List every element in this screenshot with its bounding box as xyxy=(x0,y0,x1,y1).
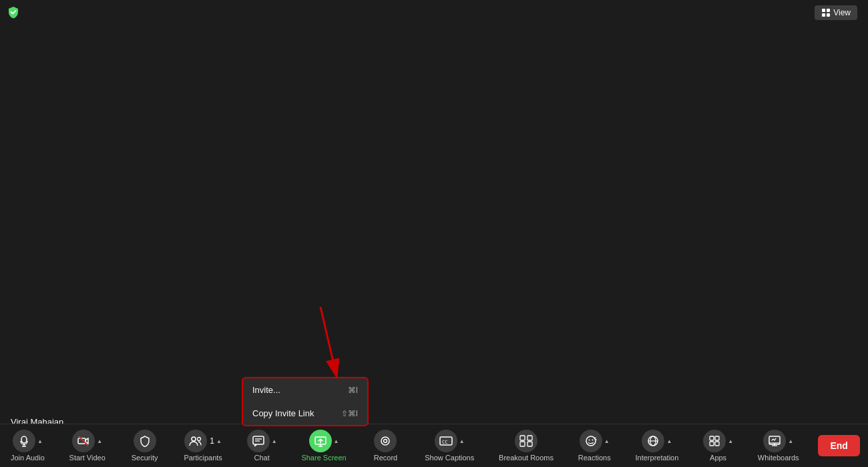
captions-icon: CC xyxy=(435,430,457,452)
whiteboards-label: Whiteboards xyxy=(758,454,799,462)
chat-label: Chat xyxy=(254,454,270,462)
interpretation-chevron: ▲ xyxy=(666,438,672,444)
join-audio-label: Join Audio xyxy=(11,454,45,462)
view-button[interactable]: View xyxy=(815,5,857,20)
start-video-label: Start Video xyxy=(69,454,105,462)
svg-line-5 xyxy=(320,307,337,379)
svg-rect-1 xyxy=(827,9,830,12)
view-label: View xyxy=(833,8,851,17)
svg-point-11 xyxy=(192,437,196,441)
svg-point-28 xyxy=(588,440,590,441)
security-button[interactable]: Security xyxy=(125,427,165,464)
join-audio-button[interactable]: ▲ Join Audio xyxy=(5,427,50,464)
svg-point-20 xyxy=(384,440,387,443)
video-icon xyxy=(72,430,95,452)
security-label: Security xyxy=(132,454,158,462)
show-captions-button[interactable]: CC ▲ Show Captions xyxy=(419,427,479,464)
apps-chevron: ▲ xyxy=(728,438,733,444)
svg-rect-34 xyxy=(715,436,719,440)
toolbar: ▲ Join Audio ▲ Start Video Se xyxy=(0,424,868,467)
chat-chevron: ▲ xyxy=(272,438,277,444)
record-label: Record xyxy=(374,454,397,462)
apps-icon xyxy=(703,430,726,452)
reactions-label: Reactions xyxy=(578,454,611,462)
audio-icon xyxy=(13,430,35,452)
show-captions-label: Show Captions xyxy=(425,454,474,462)
svg-point-19 xyxy=(381,437,389,445)
annotation-arrow xyxy=(267,300,374,387)
end-label: End xyxy=(830,440,847,451)
svg-rect-26 xyxy=(527,442,532,446)
start-video-button[interactable]: ▲ Start Video xyxy=(64,427,111,464)
svg-point-29 xyxy=(592,440,593,441)
svg-rect-33 xyxy=(710,436,714,440)
video-chevron: ▲ xyxy=(97,438,102,444)
svg-text:CC: CC xyxy=(442,440,447,445)
apps-button[interactable]: ▲ Apps xyxy=(698,427,738,464)
end-button[interactable]: End xyxy=(818,435,859,456)
participant-count: 1 xyxy=(210,436,214,446)
svg-rect-25 xyxy=(520,442,525,446)
svg-rect-23 xyxy=(520,436,525,440)
svg-rect-3 xyxy=(827,13,830,17)
invite-menu-item[interactable]: Invite... ⌘I xyxy=(243,378,367,402)
share-screen-icon xyxy=(309,430,332,452)
participants-label: Participants xyxy=(184,454,222,462)
svg-rect-2 xyxy=(822,13,825,17)
chat-button[interactable]: ▲ Chat xyxy=(242,427,282,464)
svg-point-6 xyxy=(21,436,27,443)
copy-invite-link-item[interactable]: Copy Invite Link ⇧⌘I xyxy=(243,402,367,425)
svg-rect-0 xyxy=(822,9,825,12)
svg-point-12 xyxy=(198,438,201,441)
captions-chevron: ▲ xyxy=(459,438,465,444)
copy-invite-shortcut: ⇧⌘I xyxy=(341,409,358,418)
chat-icon xyxy=(247,430,270,452)
participants-icon xyxy=(184,430,207,452)
top-bar: View xyxy=(804,0,868,25)
invite-shortcut: ⌘I xyxy=(348,386,358,395)
invite-label: Invite... xyxy=(252,385,280,395)
svg-line-10 xyxy=(79,436,88,446)
svg-rect-35 xyxy=(710,442,714,446)
participants-button[interactable]: 1 ▲ Participants xyxy=(178,427,227,464)
svg-point-27 xyxy=(586,436,596,446)
shield-icon xyxy=(7,5,20,21)
svg-rect-13 xyxy=(253,436,264,444)
reactions-chevron: ▲ xyxy=(604,438,610,444)
breakout-icon xyxy=(515,430,537,452)
whiteboards-chevron: ▲ xyxy=(788,438,793,444)
breakout-rooms-button[interactable]: Breakout Rooms xyxy=(493,427,559,464)
share-chevron: ▲ xyxy=(334,438,339,444)
security-icon xyxy=(134,430,156,452)
record-button[interactable]: Record xyxy=(365,427,405,464)
svg-rect-36 xyxy=(715,442,719,446)
share-screen-button[interactable]: ▲ Share Screen xyxy=(296,427,351,464)
interpretation-icon xyxy=(642,430,664,452)
copy-invite-label: Copy Invite Link xyxy=(252,408,314,418)
whiteboards-button[interactable]: ▲ Whiteboards xyxy=(752,427,805,464)
svg-rect-24 xyxy=(527,436,532,440)
reactions-button[interactable]: ▲ Reactions xyxy=(573,427,616,464)
share-screen-label: Share Screen xyxy=(301,454,346,462)
interpretation-button[interactable]: ▲ Interpretation xyxy=(630,427,684,464)
apps-label: Apps xyxy=(710,454,726,462)
participants-chevron: ▲ xyxy=(216,438,222,444)
invite-popup: Invite... ⌘I Copy Invite Link ⇧⌘I xyxy=(242,377,369,426)
audio-chevron: ▲ xyxy=(37,438,43,444)
record-icon xyxy=(374,430,397,452)
reactions-icon xyxy=(580,430,602,452)
interpretation-label: Interpretation xyxy=(636,454,679,462)
breakout-rooms-label: Breakout Rooms xyxy=(499,454,554,462)
whiteboards-icon xyxy=(763,430,786,452)
